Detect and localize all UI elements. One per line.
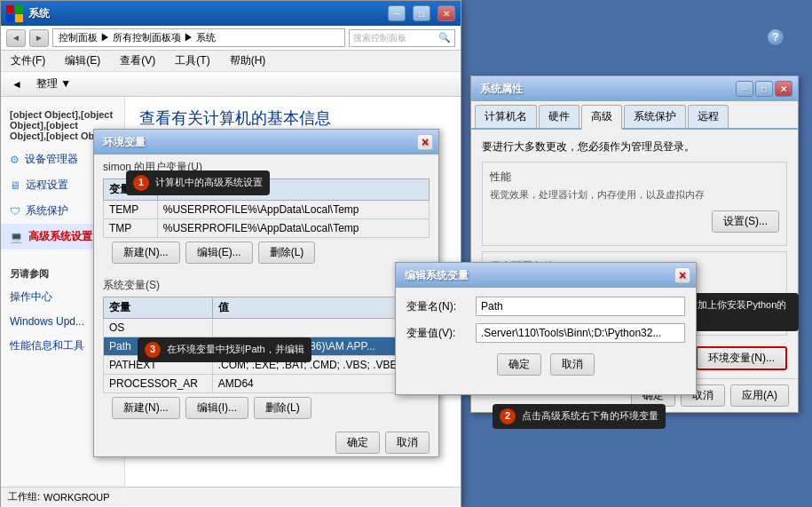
windows-logo: [6, 5, 23, 22]
callout-2: 2 点击高级系统右下角的环境变量: [493, 404, 666, 429]
menu-edit[interactable]: 编辑(E): [62, 52, 103, 69]
tab-computer-name[interactable]: 计算机名: [475, 105, 537, 128]
callout-3-num: 3: [145, 342, 161, 358]
menu-view[interactable]: 查看(V): [117, 52, 158, 69]
logo-green: [15, 5, 23, 13]
user-var-value: %USERPROFILE%\AppData\Local\Temp: [157, 219, 429, 238]
minimize-button[interactable]: ─: [388, 5, 406, 21]
sys-props-titlebar: 系统属性 ─ □ ✕: [471, 76, 798, 101]
edit-var-cancel-btn[interactable]: 取消: [550, 353, 595, 376]
table-row[interactable]: TMP %USERPROFILE%\AppData\Local\Temp: [104, 219, 430, 238]
edit-var-value-input[interactable]: [476, 323, 685, 343]
edit-var-titlebar: 编辑系统变量 ×: [396, 263, 696, 288]
back-button[interactable]: ◄: [6, 29, 26, 47]
edit-var-content: 变量名(N): 变量值(V): 确定 取消: [396, 288, 696, 384]
table-row[interactable]: OS: [104, 319, 430, 337]
edit-var-name-label: 变量名(N):: [406, 299, 469, 314]
env-vars-titlebar: 环境变量 ×: [94, 130, 438, 154]
sys-props-maximize[interactable]: □: [755, 81, 773, 97]
edit-var-title: 编辑系统变量: [401, 268, 674, 283]
window-title: 系统: [28, 6, 381, 21]
menu-file[interactable]: 文件(F): [8, 52, 48, 69]
search-placeholder: 搜索控制面板: [353, 32, 406, 44]
performance-settings-btn[interactable]: 设置(S)...: [712, 210, 779, 233]
sys-props-apply-btn[interactable]: 应用(A): [730, 384, 789, 407]
remote-icon: 🖥: [10, 179, 20, 192]
menu-bar: 文件(F) 编辑(E) 查看(V) 工具(T) 帮助(H): [1, 51, 461, 72]
windows-update-label: Windows Upd...: [10, 315, 84, 328]
edit-var-window: 编辑系统变量 × 变量名(N): 变量值(V): 确定 取消: [395, 262, 697, 395]
user-var-delete-btn[interactable]: 删除(L): [258, 242, 316, 264]
menu-help[interactable]: 帮助(H): [227, 52, 269, 69]
callout-1-text: 计算机中的高级系统设置: [155, 177, 263, 187]
sys-var-btns: 新建(N)... 编辑(I)... 删除(L): [103, 393, 430, 423]
callout-1: 1 计算机中的高级系统设置: [126, 170, 270, 195]
tab-remote[interactable]: 远程: [688, 105, 729, 128]
address-path[interactable]: 控制面板 ▶ 所有控制面板项 ▶ 系统: [52, 28, 345, 47]
user-var-new-btn[interactable]: 新建(N)...: [112, 242, 180, 264]
table-row[interactable]: PROCESSOR_AR AMD64: [104, 375, 430, 393]
sys-vars-title: 系统变量(S): [103, 278, 430, 293]
user-var-name: TEMP: [104, 201, 158, 219]
edit-var-name-input[interactable]: [476, 297, 685, 316]
logo-red: [6, 5, 14, 13]
tab-system-protection[interactable]: 系统保护: [624, 105, 686, 128]
protection-icon: 🛡: [10, 205, 20, 218]
close-button[interactable]: ✕: [438, 5, 455, 21]
search-box[interactable]: 搜索控制面板 🔍: [349, 29, 455, 47]
path-text: 控制面板 ▶ 所有控制面板项 ▶ 系统: [59, 31, 216, 44]
performance-title: 性能: [490, 170, 779, 185]
workgroup-status: 工作组: WORKGROUP: [8, 490, 110, 503]
performance-label: 性能信息和工具: [10, 338, 84, 353]
maximize-button[interactable]: □: [413, 5, 430, 21]
advanced-label: 高级系统设置: [28, 229, 92, 244]
env-vars-ok-btn[interactable]: 确定: [335, 432, 380, 454]
edit-var-ok-btn[interactable]: 确定: [497, 353, 541, 376]
sys-var-new-btn[interactable]: 新建(N)...: [112, 397, 180, 419]
sys-props-minimize[interactable]: ─: [736, 81, 753, 97]
env-vars-close-btn[interactable]: ×: [417, 134, 433, 150]
organize-btn[interactable]: 整理 ▼: [31, 75, 76, 93]
admin-note: 要进行大多数更改，您必须作为管理员登录。: [482, 139, 787, 154]
performance-desc: 视觉效果，处理器计划，内存使用，以及虚拟内存: [490, 188, 779, 202]
callout-3: 3 在环境变量中找到Path，并编辑: [138, 337, 311, 362]
tab-hardware[interactable]: 硬件: [539, 105, 579, 128]
env-vars-button[interactable]: 环境变量(N)...: [696, 346, 787, 370]
logo-blue: [6, 14, 14, 22]
logo-yellow: [15, 14, 23, 22]
edit-var-value-label: 变量值(V):: [406, 326, 469, 341]
sys-var-delete-btn[interactable]: 删除(L): [254, 397, 311, 419]
table-row[interactable]: TEMP %USERPROFILE%\AppData\Local\Temp: [104, 201, 430, 219]
toolbar: ◄ 整理 ▼: [1, 72, 461, 97]
callout-2-text: 点击高级系统右下角的环境变量: [522, 410, 658, 421]
callout-3-text: 在环境变量中找到Path，并编辑: [167, 344, 304, 354]
device-manager-label: 设备管理器: [25, 152, 78, 167]
address-bar: ◄ ► 控制面板 ▶ 所有控制面板项 ▶ 系统 搜索控制面板 🔍: [1, 26, 461, 51]
workgroup-label: 工作组:: [8, 490, 40, 503]
edit-var-close-btn[interactable]: ×: [674, 267, 690, 283]
edit-var-btn-row: 确定 取消: [406, 350, 685, 376]
sys-var-edit-btn[interactable]: 编辑(I)...: [185, 397, 248, 419]
edit-var-value-row: 变量值(V):: [406, 323, 685, 343]
back-toolbar-btn[interactable]: ◄: [6, 76, 28, 92]
sys-props-tabbar: 计算机名 硬件 高级 系统保护 远程: [471, 101, 798, 130]
sys-var-col-name: 变量: [104, 297, 213, 319]
forward-button[interactable]: ►: [29, 29, 49, 47]
device-manager-icon: ⚙: [10, 154, 20, 166]
menu-tools[interactable]: 工具(T): [172, 52, 212, 69]
help-icon[interactable]: ?: [768, 29, 784, 45]
main-titlebar: 系统 ─ □ ✕: [1, 1, 461, 26]
status-bar: 工作组: WORKGROUP: [1, 487, 461, 506]
performance-section: 性能 视觉效果，处理器计划，内存使用，以及虚拟内存 设置(S)...: [482, 162, 787, 246]
protection-label: 系统保护: [26, 203, 68, 218]
workgroup-value: WORKGROUP: [43, 492, 110, 503]
tab-advanced[interactable]: 高级: [581, 105, 622, 130]
action-center-label: 操作中心: [10, 289, 52, 305]
env-vars-cancel-btn[interactable]: 取消: [385, 432, 430, 454]
env-vars-bottom-btns: 确定 取消: [94, 428, 438, 457]
edit-var-name-row: 变量名(N):: [406, 297, 685, 316]
page-title: 查看有关计算机的基本信息: [139, 107, 446, 129]
user-var-edit-btn[interactable]: 编辑(E)...: [185, 242, 253, 264]
remote-label: 远程设置: [26, 178, 68, 193]
sys-props-close[interactable]: ✕: [775, 81, 792, 97]
